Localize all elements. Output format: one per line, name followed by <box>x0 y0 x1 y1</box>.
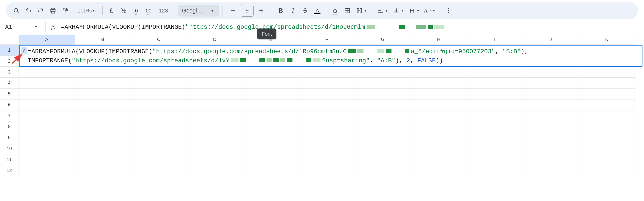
cell[interactable] <box>187 99 243 110</box>
cell[interactable] <box>243 78 299 89</box>
cell[interactable] <box>411 110 467 121</box>
cell[interactable] <box>19 154 75 165</box>
row-header[interactable]: 5 <box>0 89 19 99</box>
cell[interactable] <box>523 165 579 176</box>
cell[interactable] <box>579 121 635 132</box>
column-header[interactable]: A <box>19 35 75 45</box>
search-icon[interactable] <box>11 5 22 16</box>
number-format-menu[interactable]: 123 <box>155 5 172 16</box>
zoom-dropdown[interactable]: 100% ▼ <box>72 5 99 16</box>
cell[interactable] <box>355 99 411 110</box>
cell[interactable] <box>75 89 131 99</box>
cell[interactable] <box>355 143 411 154</box>
cell[interactable] <box>523 143 579 154</box>
column-header[interactable]: H <box>411 35 467 45</box>
cell[interactable] <box>411 78 467 89</box>
cell[interactable] <box>355 165 411 176</box>
row-header[interactable]: 8 <box>0 121 19 132</box>
cell[interactable] <box>19 165 75 176</box>
row-header[interactable]: 9 <box>0 132 19 143</box>
cell[interactable] <box>131 89 187 99</box>
cell[interactable] <box>467 165 523 176</box>
cell[interactable] <box>75 132 131 143</box>
cell[interactable] <box>131 143 187 154</box>
row-header[interactable]: 7 <box>0 110 19 121</box>
cell[interactable] <box>467 78 523 89</box>
cell[interactable] <box>523 132 579 143</box>
cell[interactable] <box>19 78 75 89</box>
cell[interactable] <box>187 89 243 99</box>
cell[interactable] <box>411 89 467 99</box>
cell[interactable] <box>355 89 411 99</box>
horizontal-align-dropdown[interactable]: ▼ <box>375 5 390 16</box>
cell[interactable] <box>467 67 523 78</box>
increase-decimal-button[interactable]: .00→ <box>142 5 153 16</box>
cell[interactable] <box>75 78 131 89</box>
cell[interactable] <box>131 165 187 176</box>
cell[interactable] <box>19 143 75 154</box>
cell[interactable] <box>187 132 243 143</box>
cell[interactable] <box>131 154 187 165</box>
cell[interactable] <box>187 143 243 154</box>
cell[interactable] <box>299 99 355 110</box>
cell[interactable] <box>299 67 355 78</box>
cell[interactable] <box>467 132 523 143</box>
cell[interactable] <box>187 165 243 176</box>
redo-button[interactable] <box>35 5 46 16</box>
cell[interactable] <box>523 154 579 165</box>
cell[interactable] <box>243 89 299 99</box>
fill-color-button[interactable] <box>329 5 341 16</box>
row-header[interactable]: 6 <box>0 99 19 110</box>
cell[interactable] <box>411 67 467 78</box>
font-size-input[interactable] <box>241 5 254 17</box>
cell[interactable] <box>75 154 131 165</box>
format-currency-button[interactable]: £ <box>106 5 117 16</box>
cell[interactable] <box>523 121 579 132</box>
name-box[interactable]: A1 ▼ <box>4 24 42 30</box>
cell[interactable] <box>243 67 299 78</box>
cell[interactable] <box>243 110 299 121</box>
row-header[interactable]: 11 <box>0 154 19 165</box>
decrease-font-size-button[interactable] <box>228 5 239 16</box>
cell[interactable] <box>299 143 355 154</box>
undo-button[interactable] <box>23 5 34 16</box>
cell[interactable] <box>467 154 523 165</box>
cell[interactable] <box>131 121 187 132</box>
cell[interactable] <box>131 110 187 121</box>
cell[interactable] <box>467 89 523 99</box>
cell[interactable] <box>579 67 635 78</box>
format-percent-button[interactable]: % <box>118 5 129 16</box>
cell[interactable] <box>243 99 299 110</box>
merge-cells-dropdown[interactable]: ▼ <box>354 5 369 16</box>
cell[interactable] <box>75 110 131 121</box>
cell[interactable] <box>411 99 467 110</box>
row-header[interactable]: 4 <box>0 78 19 89</box>
cell[interactable] <box>467 143 523 154</box>
cell[interactable] <box>467 110 523 121</box>
cell[interactable] <box>411 165 467 176</box>
cell[interactable] <box>523 110 579 121</box>
cell[interactable] <box>579 165 635 176</box>
cell[interactable] <box>299 121 355 132</box>
cell[interactable] <box>411 132 467 143</box>
cell[interactable] <box>523 78 579 89</box>
cell[interactable] <box>299 78 355 89</box>
column-header[interactable]: G <box>355 35 411 45</box>
column-header[interactable]: I <box>467 35 523 45</box>
column-header[interactable]: J <box>523 35 579 45</box>
formula-bar-input[interactable]: =ARRAYFORMULA(VLOOKUP(IMPORTRANGE( "http… <box>61 24 446 31</box>
cell[interactable] <box>243 121 299 132</box>
cell[interactable] <box>187 121 243 132</box>
cell[interactable] <box>523 89 579 99</box>
cell[interactable] <box>299 154 355 165</box>
column-header[interactable]: F <box>299 35 355 45</box>
cell[interactable] <box>355 110 411 121</box>
cell[interactable] <box>411 143 467 154</box>
vertical-align-dropdown[interactable]: ▼ <box>391 5 405 16</box>
cell[interactable] <box>243 154 299 165</box>
cell[interactable] <box>355 132 411 143</box>
cell[interactable] <box>75 165 131 176</box>
cell[interactable] <box>75 143 131 154</box>
cell[interactable] <box>579 132 635 143</box>
cell[interactable] <box>19 132 75 143</box>
